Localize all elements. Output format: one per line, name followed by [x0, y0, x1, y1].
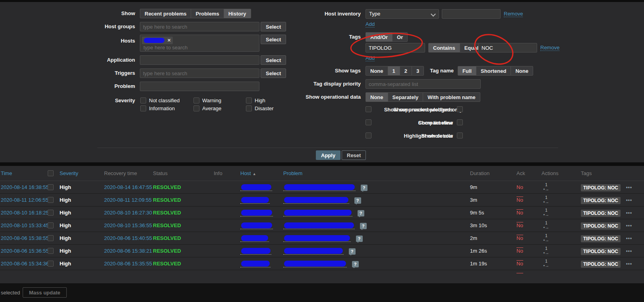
row-actions-indicator[interactable]: 1 •→ [542, 221, 551, 230]
row-checkbox[interactable] [48, 248, 54, 254]
show-recent-problems-button[interactable]: Recent problems [140, 9, 191, 18]
row-time-link[interactable]: 2020-08-06 15:36:55 [1, 245, 49, 257]
host-groups-input[interactable] [140, 22, 259, 31]
row-recovery-link[interactable]: 2020-08-10 15:36:55 [104, 219, 152, 232]
tag-name-none-button[interactable]: None [511, 66, 533, 76]
header-time[interactable]: Time [1, 166, 12, 181]
host-link-redacted[interactable] [240, 261, 271, 267]
header-problem[interactable]: Problem [283, 166, 302, 181]
show-tags-none-button[interactable]: None [366, 66, 388, 76]
problem-link-redacted[interactable] [283, 235, 351, 242]
row-time-link[interactable]: 2020-08-14 16:38:55 [1, 181, 49, 193]
tag-remove-link[interactable]: Remove [540, 45, 559, 51]
host-link-redacted[interactable] [240, 222, 273, 229]
host-link-redacted[interactable] [240, 235, 269, 242]
mass-update-button[interactable]: Mass update [23, 287, 67, 298]
tag-display-priority-input[interactable] [366, 79, 481, 89]
help-bubble-icon[interactable]: ? [358, 210, 364, 216]
row-ack-link[interactable]: No [516, 261, 523, 273]
tag-add-link[interactable]: Add [366, 55, 375, 61]
host-link-redacted[interactable] [240, 210, 273, 216]
row-recovery-link[interactable]: 2020-08-06 15:40:55 [104, 232, 152, 244]
row-checkbox[interactable] [48, 235, 54, 241]
more-tags-button[interactable]: ••• [626, 220, 632, 232]
problem-link-redacted[interactable] [283, 210, 352, 216]
opdata-none-button[interactable]: None [366, 92, 388, 102]
more-tags-button[interactable]: ••• [626, 194, 632, 207]
row-recovery-link[interactable]: 2020-08-10 16:27:30 [104, 207, 152, 219]
highlight-whole-row-checkbox[interactable] [457, 132, 463, 138]
tags-or-button[interactable]: Or [392, 32, 408, 42]
severity-average-checkbox[interactable] [193, 105, 199, 111]
row-checkbox[interactable] [48, 210, 54, 216]
row-recovery-link[interactable]: 2020-08-11 12:09:55 [104, 194, 152, 206]
row-checkbox[interactable] [48, 184, 54, 190]
help-bubble-icon[interactable]: ? [356, 236, 363, 242]
show-suppressed-checkbox[interactable] [366, 106, 371, 112]
help-bubble-icon[interactable]: ? [349, 248, 356, 255]
reset-button[interactable]: Reset [342, 150, 366, 160]
host-link-redacted[interactable] [240, 248, 271, 255]
host-link-redacted[interactable] [240, 184, 272, 191]
row-actions-indicator[interactable]: 1 •→ [542, 234, 551, 242]
application-select-button[interactable]: Select [261, 55, 286, 65]
tag-name-full-button[interactable]: Full [458, 66, 476, 76]
more-tags-button[interactable]: ••• [626, 181, 632, 194]
show-tags-1-button[interactable]: 1 [388, 66, 400, 76]
row-time-link[interactable]: 2020-08-06 15:34:36 [1, 257, 49, 270]
help-bubble-icon[interactable]: ? [360, 223, 367, 229]
problem-link-redacted[interactable] [283, 222, 355, 229]
compact-view-checkbox[interactable] [366, 119, 371, 125]
row-time-link[interactable]: 2020-08-10 16:18:25 [1, 207, 49, 219]
severity-disaster-checkbox[interactable] [246, 105, 252, 111]
show-timeline-checkbox[interactable] [457, 119, 463, 125]
show-details-checkbox[interactable] [366, 132, 371, 138]
row-actions-indicator[interactable]: 1 •→ [542, 259, 551, 268]
tag-value-input[interactable] [478, 43, 537, 53]
tag-name-shortened-button[interactable]: Shortened [476, 66, 511, 76]
host-inventory-remove-link[interactable]: Remove [504, 11, 523, 17]
row-time-link[interactable]: 2020-08-11 12:06:55 [1, 194, 48, 206]
chip-remove-icon[interactable]: ✕ [167, 37, 171, 44]
more-tags-button[interactable]: ••• [626, 232, 632, 245]
problem-link-redacted[interactable] [283, 261, 347, 267]
more-tags-button[interactable]: ••• [626, 258, 632, 270]
host-inventory-value-input[interactable] [442, 9, 501, 19]
help-bubble-icon[interactable]: ? [352, 261, 359, 267]
problem-link-redacted[interactable] [283, 184, 356, 191]
tags-andor-button[interactable]: And/Or [366, 32, 393, 42]
row-recovery-link[interactable]: 2020-08-06 15:35:55 [104, 257, 152, 270]
show-unacknowledged-checkbox[interactable] [457, 106, 463, 112]
row-actions-indicator[interactable]: 1 •→ [542, 246, 551, 255]
row-actions-indicator[interactable]: 1 •→ [542, 208, 551, 217]
help-bubble-icon[interactable]: ? [354, 197, 361, 204]
tag-name-input[interactable] [366, 43, 425, 53]
host-groups-select-button[interactable]: Select [261, 22, 286, 31]
more-tags-button[interactable]: ••• [626, 207, 632, 219]
more-tags-button[interactable]: ••• [626, 245, 632, 257]
row-checkbox[interactable] [48, 261, 54, 267]
problem-link-redacted[interactable] [283, 248, 344, 255]
severity-information-checkbox[interactable] [140, 105, 146, 111]
header-host-sorted[interactable]: Host▲ [240, 166, 256, 181]
application-input[interactable] [140, 55, 259, 65]
host-inventory-add-link[interactable]: Add [366, 21, 375, 27]
row-checkbox[interactable] [48, 197, 54, 203]
row-checkbox[interactable] [48, 222, 54, 228]
row-recovery-link[interactable]: 2020-08-14 16:47:55 [104, 181, 152, 193]
row-time-link[interactable]: 2020-08-06 15:38:55 [1, 232, 49, 244]
help-bubble-icon[interactable]: ? [361, 185, 367, 191]
severity-warning-checkbox[interactable] [193, 97, 199, 103]
tag-contains-button[interactable]: Contains [428, 43, 460, 53]
host-inventory-type-select[interactable]: Type [366, 9, 439, 19]
row-actions-indicator[interactable]: 1 •→ [542, 183, 551, 191]
apply-button[interactable]: Apply [316, 150, 340, 160]
row-recovery-link[interactable]: 2020-08-06 15:38:21 [104, 245, 152, 257]
row-actions-indicator[interactable]: 1 •→ [542, 195, 551, 204]
host-link-redacted[interactable] [240, 197, 270, 204]
header-select-all-checkbox[interactable] [48, 170, 54, 176]
opdata-with-problem-name-button[interactable]: With problem name [423, 92, 480, 102]
header-severity[interactable]: Severity [60, 166, 78, 181]
row-time-link[interactable]: 2020-08-10 15:33:45 [1, 219, 49, 232]
problem-link-redacted[interactable] [283, 197, 349, 204]
